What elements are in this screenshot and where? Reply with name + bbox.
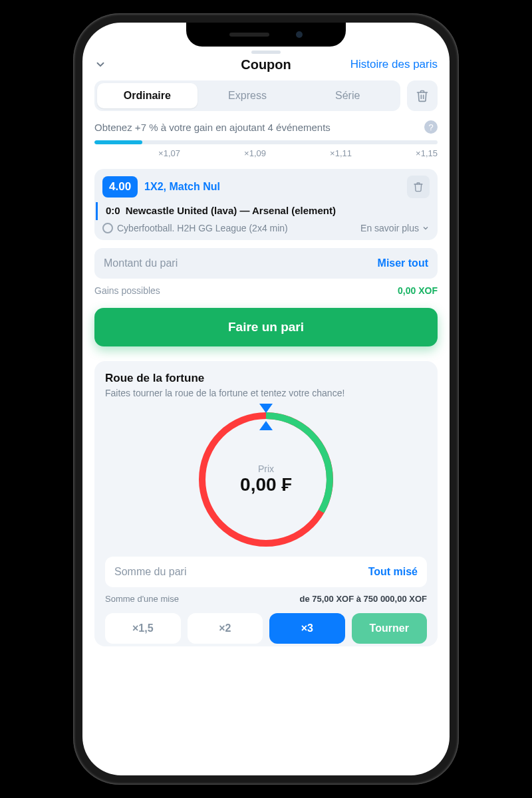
multiplier-step: ×1,07 [94, 148, 180, 158]
bonus-hint: Obtenez +7 % à votre gain en ajoutant 4 … [94, 120, 438, 134]
chevron-down-icon [422, 224, 430, 232]
multiplier-chip-2[interactable]: ×2 [188, 613, 263, 644]
speaker-icon [229, 33, 269, 37]
clear-coupon-button[interactable] [407, 80, 438, 111]
wheel-range-label: Somme d'une mise [105, 594, 179, 604]
bet-odds[interactable]: 4.00 [102, 176, 138, 198]
multiplier-step: ×1,15 [352, 148, 438, 158]
wheel-stake-range: Somme d'une mise de 75,00 XOF à 750 000,… [105, 594, 427, 604]
learn-more-label: En savoir plus [360, 223, 419, 233]
fortune-wheel[interactable]: Prix 0,00 ₣ [193, 406, 339, 553]
header: Coupon Histoire des paris [82, 57, 450, 80]
help-icon[interactable]: ? [424, 120, 438, 134]
wheel-stake-input[interactable]: Somme du pari [114, 566, 187, 578]
phone-bezel: Coupon Histoire des paris Ordinaire Expr… [82, 23, 450, 775]
stake-input-row[interactable]: Montant du pari Miser tout [94, 248, 438, 279]
multiplier-chip-1-5[interactable]: ×1,5 [105, 613, 181, 644]
spin-button[interactable]: Tourner [352, 613, 428, 644]
wheel-price-value: 0,00 ₣ [240, 474, 292, 495]
wheel-range-value: de 75,00 XOF à 750 000,00 XOF [299, 594, 427, 604]
bet-match: Newcastle United (lava) — Arsenal (eleme… [126, 205, 336, 216]
learn-more-link[interactable]: En savoir plus [360, 223, 430, 233]
wheel-stake-input-row[interactable]: Somme du pari Tout misé [105, 557, 427, 587]
football-icon [102, 223, 113, 233]
multiplier-step: ×1,09 [180, 148, 266, 158]
tab-series[interactable]: Série [297, 83, 398, 108]
remove-bet-button[interactable] [407, 176, 430, 198]
possible-winnings-label: Gains possibles [94, 285, 160, 296]
phone-frame: Coupon Histoire des paris Ordinaire Expr… [73, 13, 459, 785]
place-bet-button[interactable]: Faire un pari [94, 308, 438, 346]
trash-icon [413, 182, 424, 192]
bet-league: Cyberfootball. H2H GG League (2x4 min) [117, 223, 288, 233]
sheet-handle[interactable] [251, 51, 281, 54]
page-title: Coupon [82, 57, 450, 72]
trash-icon [416, 89, 429, 102]
bonus-multipliers: ×1,07 ×1,09 ×1,11 ×1,15 [94, 148, 438, 158]
wheel-subtitle: Faites tourner la roue de la fortune et … [105, 388, 427, 398]
phone-notch [186, 23, 346, 47]
bet-all-button[interactable]: Miser tout [378, 257, 428, 269]
multiplier-chip-3[interactable]: ×3 [269, 613, 345, 644]
bet-type-tabs: Ordinaire Express Série [94, 80, 400, 111]
wheel-price-label: Prix [258, 464, 274, 474]
camera-icon [296, 31, 303, 38]
bet-score: 0:0 [106, 205, 120, 216]
possible-winnings-value: 0,00 XOF [398, 285, 438, 296]
possible-winnings: Gains possibles 0,00 XOF [94, 285, 438, 296]
bet-market: 1X2, Match Nul [144, 181, 220, 193]
tab-ordinary[interactable]: Ordinaire [97, 83, 198, 108]
bet-card: 4.00 1X2, Match Nul 0:0 Newcastle United… [94, 169, 438, 240]
app-screen: Coupon Histoire des paris Ordinaire Expr… [82, 23, 450, 775]
tab-express[interactable]: Express [198, 83, 298, 108]
wheel-title: Roue de la fortune [105, 372, 427, 385]
multiplier-step: ×1,11 [266, 148, 352, 158]
bonus-progress [94, 140, 438, 144]
stake-input[interactable]: Montant du pari [104, 257, 178, 269]
bonus-hint-text: Obtenez +7 % à votre gain en ajoutant 4 … [94, 122, 331, 133]
wheel-bet-all-button[interactable]: Tout misé [368, 566, 418, 578]
fortune-wheel-card: Roue de la fortune Faites tourner la rou… [94, 361, 438, 646]
